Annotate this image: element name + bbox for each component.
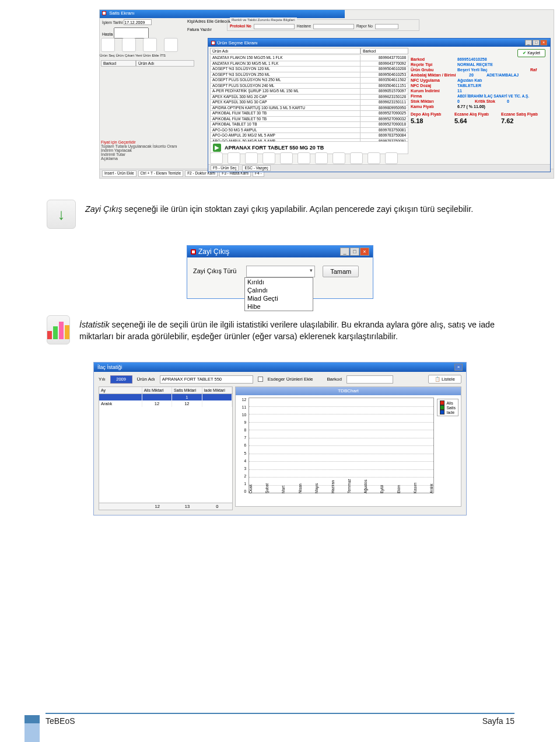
footer-decor [24, 715, 40, 723]
urun-secme-window: Ürün Seçme Ekranı _ □ × ✔Kaydet Ürün Adı… [208, 38, 551, 172]
tool-icon-3[interactable] [245, 152, 258, 164]
footer-brand: TeBEoS [46, 716, 75, 726]
chart-legend: Alis Satis Iade [437, 399, 459, 416]
urun-detail-panel: Barkod8699514010258 Reçete TipiNORMAL RE… [408, 55, 550, 154]
dropdown-opt[interactable]: Miad Geçti [245, 294, 313, 302]
urun-cikart-icon[interactable] [122, 38, 136, 52]
dropdown-list[interactable]: Kırıldı Çalındı Miad Geçti Hibe [244, 277, 313, 311]
yil-field[interactable]: 2009 [110, 375, 132, 384]
zayi-turu-dropdown[interactable] [246, 266, 315, 277]
list-item[interactable]: APIDRA OPTIPEN KARTUŞ 100 IU/ML 3 ML 5 K… [210, 106, 408, 112]
list-item[interactable]: AOSEPT %3 SOLÜSYON 250 ML8699504610253 [210, 72, 408, 78]
list-item[interactable]: APO-GO AMPUL 20 MG/2 ML 5 AMP86997837500… [210, 133, 408, 139]
usec-statusbar: F5 - Ürün Seç ESC - Vazgeç [208, 164, 550, 172]
stat-table: Ay Alis Miktari Satis Miktari Iade Mikta… [99, 386, 233, 510]
barkod-field[interactable] [346, 375, 393, 384]
maximize-icon[interactable]: □ [350, 248, 359, 256]
tool-icon-7[interactable] [315, 152, 328, 164]
close-icon[interactable]: × [454, 364, 463, 371]
usec-columns: Ürün Adı Barkod [208, 47, 550, 55]
chart-title: TDBChart [236, 387, 461, 395]
screenshot-urun-secme: Satis Ekranı İşlem Tarihi Hasta Kişi/Adr… [99, 9, 554, 179]
tool-icon-5[interactable] [280, 152, 293, 164]
minimize-icon[interactable]: _ [340, 248, 349, 256]
list-item[interactable]: APEX KAPSÜL 300 MG 20 CAP8699623150128 [210, 95, 408, 100]
kisi-adres-check: Kişi/Adres Elle Girilecek [187, 19, 230, 23]
minimize-icon[interactable]: _ [525, 40, 532, 46]
list-item[interactable]: APEX KAPSÜL 300 MG 30 CAP8699623150111 [210, 100, 408, 106]
dropdown-opt[interactable]: Kırıldı [245, 278, 313, 286]
tool-icon-6[interactable] [298, 152, 310, 164]
usec-toolbar [210, 152, 398, 164]
list-item[interactable]: AOSEPT %3 SOLÜSYON 120 ML8699504610208 [210, 67, 408, 72]
list-item[interactable]: AOSEPT PLUS SOLÜSYON 240 ML8693504611151 [210, 83, 408, 89]
ilac-istatigi-window: İlaç İstatiği × Yılı 2009 Ürün Adı APRAN… [93, 362, 467, 515]
tool-icon-10[interactable] [368, 152, 380, 164]
table-row: 1 [99, 394, 232, 400]
paragraph-zayi: Zayi Çıkış seçeneği ile ürün için stokta… [85, 203, 473, 229]
sales-toolbar [101, 38, 178, 52]
rapor-input[interactable] [375, 24, 398, 29]
close-icon[interactable]: × [360, 248, 369, 256]
list-item[interactable]: ANZATAX FLAKON 30 MG/5 ML 1 FLK869964377… [210, 61, 408, 67]
y-axis-ticks: 1211109876543210 [237, 398, 246, 493]
sales-notes: Fiyat için Geçerlidir Toplam Tutara Uygu… [101, 140, 177, 161]
fatura-yazdir-check: Fatura Yazdır [187, 27, 212, 32]
tool-icon-1[interactable] [210, 152, 223, 164]
app-logo-icon [191, 249, 196, 255]
its-icon[interactable] [164, 38, 178, 52]
zayi-turu-label: Zayi Çıkış Türü [193, 267, 244, 274]
list-item[interactable]: APİKOBAL TABLET 10 TB8699527090018 [210, 122, 408, 128]
footer: TeBEoS Sayfa 15 [46, 713, 514, 726]
depo-alis-fiyati: 5.18 [411, 117, 454, 124]
istatistik-icon [47, 315, 70, 344]
arrow-right-icon: ▶ [213, 144, 221, 152]
yeni-urun-ekle-icon[interactable] [143, 38, 157, 52]
zayi-cikis-dialog: Zayi Çıkış _ □ × Zayi Çıkış Türü Tamam K… [187, 245, 373, 299]
dropdown-opt[interactable]: Hibe [245, 302, 313, 311]
footer-decor [24, 723, 40, 742]
listele-button[interactable]: 📋 Listele [428, 375, 461, 384]
table-row: Aralık1212 [99, 400, 232, 407]
dialog-titlebar: Zayi Çıkış _ □ × [187, 246, 373, 257]
sales-islem-tarihi: İşlem Tarihi [102, 19, 152, 25]
protokol-input[interactable] [254, 24, 295, 29]
toolbar-captions: Ürün Seç Ürün Çıkart Yeni Ürün Ekle İTS [100, 53, 166, 57]
hastane-input[interactable] [313, 24, 354, 29]
tool-icon-9[interactable] [350, 152, 363, 164]
sales-col-headers: Barkod Ürün Adı [101, 60, 194, 67]
dropdown-opt[interactable]: Çalındı [245, 286, 313, 294]
urun-sec-icon[interactable] [101, 38, 115, 52]
list-item[interactable]: APO-GO 50 MG 5 AMPUL8699783750081 [210, 128, 408, 134]
ilac-istatigi-titlebar: İlaç İstatiği × [94, 363, 466, 372]
list-item[interactable]: APIKOBAL FİLM TABLET 30 TB8699527090025 [210, 111, 408, 117]
tool-icon-2[interactable] [228, 152, 240, 164]
app-logo-icon [211, 41, 215, 45]
list-item[interactable]: AOSEPT PLUS SOLÜSYON %3 250 ML8693504611… [210, 78, 408, 83]
tool-barcode-icon[interactable] [262, 152, 275, 164]
esdeger-checkbox[interactable] [258, 377, 263, 382]
tamam-button[interactable]: Tamam [323, 266, 359, 277]
tool-icon-8[interactable] [332, 152, 345, 164]
chart: TDBChart 1211109876543210 Alis Satis Iad… [235, 386, 461, 507]
stat-toolbar: Yılı 2009 Ürün Adı APRANAX FORT TABLET 5… [94, 372, 466, 386]
list-item[interactable]: APIKOBAL FİLM TABLET 50 TB8699527090032 [210, 117, 408, 123]
close-icon[interactable]: × [540, 40, 547, 46]
urun-list[interactable]: ANZATAX FLAKON 150 MG/25 ML 1 FLK8699643… [210, 55, 408, 154]
app-logo-icon [102, 11, 106, 15]
tool-icon-11[interactable] [385, 152, 398, 164]
sales-hasta: Hasta [102, 27, 149, 39]
eczane-satis-fiyati: 7.62 [501, 117, 513, 124]
list-item[interactable]: ANZATAX FLAKON 150 MG/25 ML 1 FLK8699643… [210, 55, 408, 61]
hasta-input[interactable] [114, 27, 149, 39]
kaydet-button[interactable]: ✔Kaydet [517, 49, 545, 57]
maximize-icon[interactable]: □ [533, 40, 540, 46]
list-item[interactable]: A-PER PEDİYATRİK ŞURUP 120 MG/5 ML 150 M… [210, 89, 408, 95]
zayi-cikis-icon [47, 200, 76, 229]
urun-adi-field[interactable]: APRANAX FORT TABLET 550 [160, 375, 253, 384]
footer-page: Sayfa 15 [482, 716, 514, 726]
eczane-alis-fiyati: 5.64 [454, 117, 501, 124]
urun-secme-titlebar: Ürün Seçme Ekranı _ □ × [208, 39, 550, 47]
recete-group: Renkli ve Takibi Zorunlu Reçete Bilgiler… [227, 19, 419, 31]
islem-tarihi-input[interactable] [124, 19, 152, 25]
